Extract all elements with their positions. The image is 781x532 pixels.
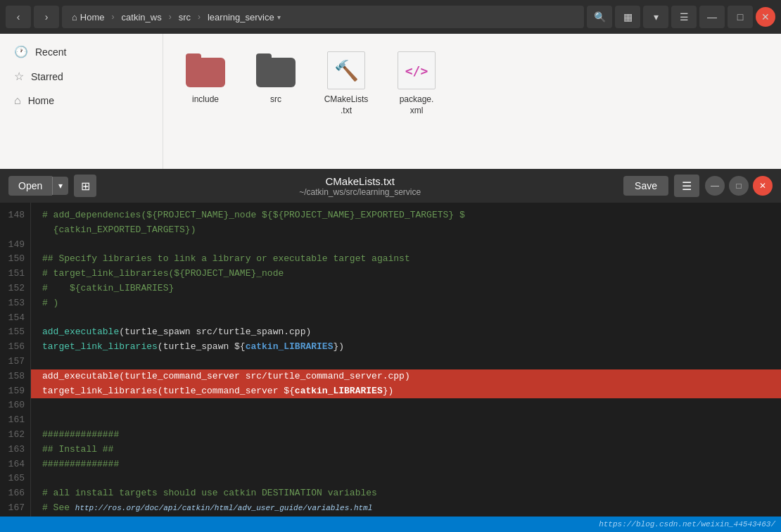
sidebar-item-home[interactable]: ⌂ Home [3,89,160,113]
xml-text-icon: </> [405,63,428,78]
code-line-150: ## Specify libraries to link a library o… [42,252,770,267]
folder-icon-include [186,53,225,87]
editor-filename: CMakeLists.txt [325,175,394,187]
code-line-161 [42,413,770,428]
file-label-src: src [270,94,281,106]
search-button[interactable]: 🔍 [587,6,612,28]
file-item-cmake[interactable]: 🔨 CMakeLists.txt [318,45,374,122]
code-line-167: # See http://ros.org/doc/api/catkin/html… [42,501,770,516]
breadcrumb-bar: ⌂ Home › catkin_ws › src › learning_serv… [62,6,584,28]
code-line-151: # target_link_libraries(${PROJECT_NAME}_… [42,267,770,281]
open-button[interactable]: Open [8,176,52,196]
code-line-164: ############## [42,457,770,472]
breadcrumb-sep-3: › [198,12,201,22]
code-line-148b: {catkin_EXPORTED_TARGETS}) [42,223,770,238]
file-label-include: include [192,94,219,106]
hammer-icon: 🔨 [334,59,359,82]
sidebar-item-recent[interactable]: 🕐 Recent [3,39,160,64]
home-icon: ⌂ [72,12,77,23]
breadcrumb-home[interactable]: ⌂ Home [68,11,109,24]
nav-back-button[interactable]: ‹ [6,6,31,28]
breadcrumb-service[interactable]: learning_service ▾ [203,11,285,24]
file-label-xml: package.xml [400,94,434,116]
status-url: https://blog.csdn.net/weixin_44543463/ [599,520,775,528]
code-line-163: ## Install ## [42,443,770,457]
view-grid-button[interactable]: ▦ [615,6,640,28]
code-line-152: # ${catkin_LIBRARIES} [42,281,770,296]
sidebar-label-home: Home [28,95,54,106]
fm-content: include src 🔨 CMakeLists.txt [163,34,781,169]
editor-minimize-button[interactable]: — [705,176,725,196]
sidebar-label-starred: Starred [31,71,63,82]
pin-button[interactable]: ⊞ [74,175,96,197]
fm-sidebar: 🕐 Recent ☆ Starred ⌂ Home [0,34,163,169]
editor-close-button[interactable]: ✕ [753,176,773,196]
file-label-cmake: CMakeLists.txt [324,94,369,116]
recent-icon: 🕐 [14,45,28,58]
breadcrumb-sep-1: › [112,12,115,22]
editor-title-center: CMakeLists.txt ~/catkin_ws/src/learning_… [96,175,623,197]
xml-icon: </> [397,51,436,90]
toolbar-right: 🔍 ▦ ▾ ☰ — □ ✕ [587,6,775,28]
close-button[interactable]: ✕ [756,7,775,27]
code-line-148: # add_dependencies(${PROJECT_NAME}_node … [42,208,770,223]
cmake-icon: 🔨 [326,51,366,90]
home-sidebar-icon: ⌂ [14,94,21,107]
breadcrumb-src[interactable]: src [174,11,195,24]
open-dropdown-button[interactable]: ▾ [52,177,68,195]
code-area: 148 149 150 151 152 153 154 155 156 157 … [0,203,781,517]
code-line-157 [42,355,770,369]
chevron-down-icon: ▾ [277,13,281,21]
maximize-button[interactable]: □ [728,6,753,28]
code-line-154 [42,311,770,326]
folder-icon-src [256,53,296,87]
code-line-155: add_executable(turtle_spawn src/turtle_s… [42,325,770,340]
line-numbers: 148 149 150 151 152 153 154 155 156 157 … [0,203,31,517]
code-line-149 [42,238,770,253]
breadcrumb-sep-2: › [169,12,172,22]
breadcrumb-catkin[interactable]: catkin_ws [118,11,166,24]
code-line-153: # ) [42,296,770,311]
editor-menu-button[interactable]: ☰ [674,175,699,197]
code-line-156: target_link_libraries(turtle_spawn ${cat… [42,340,770,355]
save-button[interactable]: Save [623,176,668,196]
minimize-button[interactable]: — [699,6,725,28]
editor-filepath: ~/catkin_ws/src/learning_service [299,187,421,197]
sidebar-item-starred[interactable]: ☆ Starred [3,64,160,89]
code-content[interactable]: # add_dependencies(${PROJECT_NAME}_node … [31,203,781,517]
url-link[interactable]: http://ros.org/doc/api/catkin/html/adv_u… [75,502,372,515]
code-line-166: # all install targets should use catkin … [42,486,770,501]
file-item-src[interactable]: src [248,45,304,111]
nav-forward-button[interactable]: › [34,6,59,28]
folder-src-icon [256,51,296,90]
folder-include-icon [186,51,225,90]
menu-button[interactable]: ☰ [671,6,697,28]
view-dropdown-button[interactable]: ▾ [643,6,668,28]
editor-titlebar: Open ▾ ⊞ CMakeLists.txt ~/catkin_ws/src/… [0,169,781,203]
star-icon: ☆ [14,70,24,83]
code-line-158: add_executable(turtle_command_server src… [31,369,781,384]
code-line-165 [42,471,770,486]
sidebar-label-recent: Recent [35,46,66,58]
code-line-160 [42,398,770,413]
editor-maximize-button[interactable]: □ [729,176,749,196]
code-line-159: target_link_libraries(turtle_command_ser… [31,384,781,399]
status-bar: https://blog.csdn.net/weixin_44543463/ [0,517,781,532]
file-item-include[interactable]: include [177,45,234,111]
fm-main: 🕐 Recent ☆ Starred ⌂ Home include [0,34,781,169]
editor-win-buttons: — □ ✕ [705,176,773,196]
fm-titlebar: ‹ › ⌂ Home › catkin_ws › src › learning_… [0,0,781,34]
file-item-xml[interactable]: </> package.xml [388,45,445,122]
editor-window: Open ▾ ⊞ CMakeLists.txt ~/catkin_ws/src/… [0,169,781,532]
code-line-162: ############## [42,428,770,443]
